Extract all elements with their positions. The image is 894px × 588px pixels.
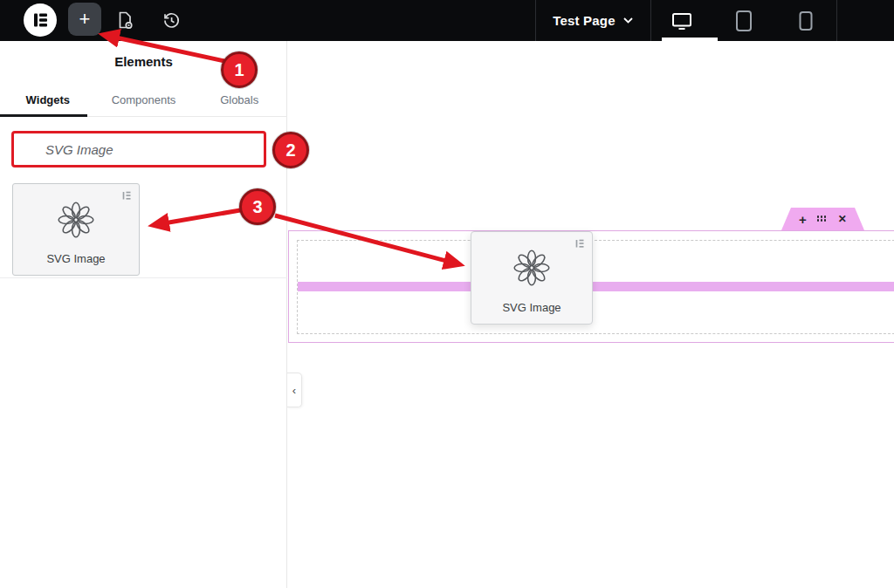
panel-divider [0,277,287,278]
tablet-icon [734,10,753,32]
drop-indicator-bar [298,282,894,291]
responsive-mode-group [650,0,836,41]
page-title: Test Page [553,13,615,28]
mobile-icon [798,10,814,31]
active-device-indicator [662,38,718,41]
container-add-icon[interactable]: + [799,213,807,226]
annotation-step-3: 3 [239,188,276,225]
page-selector[interactable]: Test Page [535,0,650,41]
elementor-logo[interactable] [24,3,57,37]
chevron-down-icon [623,17,633,24]
elementor-logo-icon [31,11,49,29]
dragged-card-label: SVG Image [471,301,592,314]
tab-widgets[interactable]: Widgets [0,87,96,116]
desktop-mode-button[interactable] [664,3,699,38]
history-icon[interactable] [159,8,183,32]
elementor-badge-icon [120,189,133,202]
step-2-number: 2 [285,140,295,161]
elementor-badge-icon [574,237,586,250]
widget-card-label: SVG Image [13,252,139,265]
widget-card-svg-image[interactable]: SVG Image [12,183,140,276]
container-handle[interactable]: + ✕ [781,208,864,230]
step-3-number: 3 [252,197,262,217]
panel-tabs: Widgets Components Globals [0,87,287,117]
collapse-chevron-icon: ‹ [292,384,296,397]
add-element-button[interactable]: + [68,3,101,36]
step-1-number: 1 [234,60,244,80]
annotation-box-search [11,131,266,168]
mobile-mode-button[interactable] [788,3,823,38]
elements-panel [0,41,287,588]
tab-components[interactable]: Components [96,87,192,116]
dragged-widget-card[interactable]: SVG Image [471,231,593,325]
container-close-icon[interactable]: ✕ [838,214,847,224]
toolbar-divider [836,0,837,41]
annotation-step-2: 2 [272,132,309,168]
add-element-label: + [79,10,91,29]
svg-image-widget-icon [512,248,552,288]
tablet-mode-button[interactable] [726,3,761,38]
panel-collapse-button[interactable]: ‹ [287,373,302,407]
active-tab-underline [0,114,87,117]
svg-image-widget-icon [56,200,96,240]
top-toolbar: + Test Page [0,0,894,41]
page-settings-icon[interactable] [113,8,137,32]
container-drag-handle-icon[interactable] [817,215,828,222]
desktop-icon [670,10,693,31]
tab-globals[interactable]: Globals [191,87,287,116]
annotation-step-1: 1 [221,51,258,88]
widget-search-input[interactable] [17,136,261,162]
